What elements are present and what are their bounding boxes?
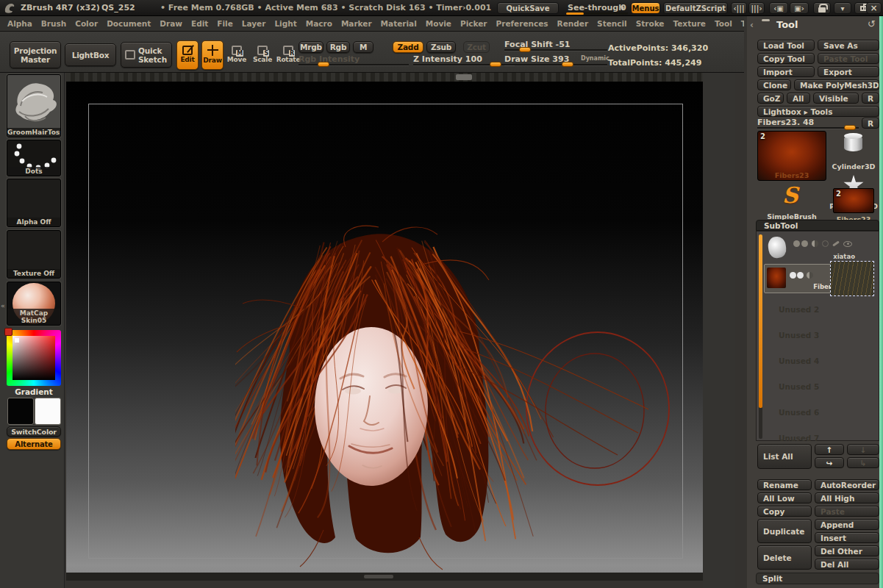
rotate-mode-button[interactable]: R Rotate [277,42,299,68]
color-picker-field[interactable] [12,336,55,380]
menu-item[interactable]: Brush [41,19,66,28]
goz-button[interactable]: GoZ [757,93,784,104]
see-through-slider[interactable] [566,12,628,15]
make-polymesh3d-button[interactable]: Make PolyMesh3D [794,79,879,90]
menu-item[interactable]: Tool [715,19,732,28]
current-alpha-thumb[interactable]: Alpha Off [7,179,61,227]
focal-shift-slider[interactable]: Focal Shift -51 [504,40,607,52]
all-button[interactable]: All [787,93,810,104]
gradient-label[interactable]: Gradient [7,387,61,396]
split-section-header[interactable]: Split [756,573,879,584]
subtool-unused-row[interactable]: Unused 6 [779,408,819,419]
current-material-thumb[interactable]: MatCap Skin05 [7,282,61,326]
subtool-unused-row[interactable]: Unused 3 [779,331,819,342]
subtool-unused-row[interactable]: Unused 2 [779,305,819,316]
delete-button[interactable]: Delete [757,545,812,570]
subtool-paste-button[interactable]: Paste [815,506,879,517]
subtool-copy-button[interactable]: Copy [757,506,812,517]
alternate-button[interactable]: Alternate [7,438,61,450]
subtool-unused-row[interactable]: Unused 5 [779,382,819,393]
menu-item[interactable]: Marker [341,19,372,28]
focal-shift-handle[interactable] [519,47,531,52]
paste-tool-button[interactable]: Paste Tool [818,53,879,64]
load-tool-button[interactable]: Load Tool [757,40,815,51]
lightbox-tools-button[interactable]: Lightbox ▸ Tools [757,106,879,117]
menu-item[interactable]: Layer [242,19,266,28]
subtool-xiatao-icons[interactable] [793,240,852,247]
menu-item[interactable]: Render [557,19,589,28]
rgb-button[interactable]: Rgb [326,41,350,53]
z-intensity-handle[interactable] [490,62,501,67]
all-low-button[interactable]: All Low [757,492,812,503]
document-canvas[interactable] [66,82,703,581]
del-all-button[interactable]: Del All [815,559,879,570]
export-button[interactable]: Export [818,66,879,77]
tool-item-simplebrush[interactable]: S SimpleBrush [757,185,826,220]
palette-collapse-icon[interactable]: ‹ [750,20,754,30]
main-color-swatch[interactable] [7,398,34,425]
menus-toggle-button[interactable]: Menus [631,2,660,14]
menu-item[interactable]: Color [75,19,98,28]
next-ui-layout-icon[interactable]: ▣› [790,2,809,14]
subtool-down-button[interactable]: ↓ [847,444,879,455]
menu-item[interactable]: File [217,19,233,28]
canvas-bottom-scroll-handle[interactable] [364,575,393,578]
default-zscript-button[interactable]: DefaultZScript [663,2,728,14]
visible-button[interactable]: Visible [813,93,859,104]
del-other-button[interactable]: Del Other [815,545,879,556]
dock-right-toggle-icon[interactable]: |||› [748,2,765,14]
minimize-button[interactable]: ▾ [834,2,851,14]
color-picker[interactable] [7,330,61,386]
quicksave-button[interactable]: QuickSave [497,2,559,14]
lock-icon[interactable] [813,2,831,14]
menu-item[interactable]: Light [274,19,296,28]
rename-button[interactable]: Rename [757,479,812,490]
rgb-intensity-handle[interactable] [318,62,329,67]
clone-button[interactable]: Clone [757,79,791,90]
save-as-button[interactable]: Save As [818,40,879,51]
menu-item[interactable]: Picker [460,19,487,28]
all-high-button[interactable]: All High [815,492,879,503]
edit-mode-button[interactable]: Edit [176,40,199,70]
subtool-scrollbar-thumb[interactable] [759,234,762,408]
menu-item[interactable]: Movie [426,19,451,28]
menu-item[interactable]: Material [381,19,417,28]
prev-ui-layout-icon[interactable]: ‹▣ [769,2,788,14]
canvas-top-scroll-handle[interactable] [456,74,472,80]
switch-color-button[interactable]: SwitchColor [7,426,61,437]
eye-icon[interactable] [843,241,852,247]
menu-item[interactable]: Document [107,19,151,28]
zadd-button[interactable]: Zadd [393,41,423,53]
rgb-intensity-slider[interactable]: Rgb Intensity [298,54,409,67]
insert-button[interactable]: Insert [815,532,879,543]
secondary-color-swatch[interactable] [35,398,61,425]
goz-r-button[interactable]: R [862,93,879,104]
see-through-label[interactable]: See-through [568,3,624,12]
zsub-button[interactable]: Zsub [426,41,456,53]
draw-size-handle[interactable] [562,62,573,67]
menu-item[interactable]: Draw [160,19,182,28]
menu-item[interactable]: Transform [741,19,744,28]
menu-item[interactable]: Macro [306,19,332,28]
current-texture-thumb[interactable]: Texture Off [7,230,61,279]
z-intensity-slider[interactable]: Z Intensity 100 [413,54,515,67]
divider-collapse-icon[interactable]: « [1,302,5,309]
subtool-move-in-button[interactable]: ↳ [847,457,879,468]
active-tool-thumb[interactable]: 2 Fibers23 [757,131,826,181]
zcut-button[interactable]: Zcut [463,41,490,53]
active-tool-slider-handle[interactable] [844,125,856,130]
duplicate-button[interactable]: Duplicate [757,519,812,543]
current-brush-thumb[interactable]: GroomHairToss [7,74,61,137]
autoreorder-button[interactable]: AutoReorder [815,479,879,490]
scale-mode-button[interactable]: S Scale [252,42,273,68]
move-mode-button[interactable]: M Move [226,42,247,68]
append-button[interactable]: Append [815,519,879,530]
subtool-scrollbar-track[interactable] [759,234,762,439]
draw-mode-button[interactable]: Draw [201,40,224,70]
quick-sketch-button[interactable]: Quick Sketch [121,42,172,68]
tool-item-fibers23[interactable]: 2 Fibers23 [829,188,878,223]
menu-item[interactable]: Preferences [496,19,548,28]
menu-item[interactable]: Stencil [597,19,627,28]
list-all-button[interactable]: List All [757,444,812,469]
menu-item[interactable]: Edit [191,19,208,28]
